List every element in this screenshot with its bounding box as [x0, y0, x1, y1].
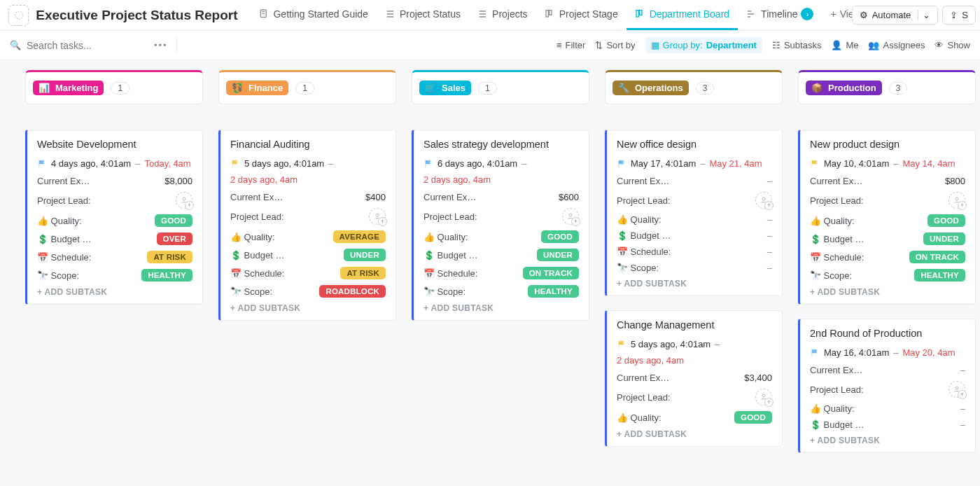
share-button[interactable]: ⇪ S — [942, 6, 976, 25]
assignee-add-icon[interactable] — [176, 192, 192, 209]
assignee-add-icon[interactable] — [948, 192, 965, 209]
status-badge: GOOD — [734, 411, 772, 424]
field-value: GOOD — [155, 214, 192, 227]
chevron-down-icon[interactable]: ⌄ — [918, 10, 930, 20]
flag-icon — [617, 340, 626, 349]
filter-icon: ≡ — [556, 40, 562, 50]
status-badge: ON TRACK — [523, 267, 579, 279]
kanban-board[interactable]: 📊Marketing1Website Development4 days ago… — [0, 60, 980, 486]
field-budget: 💲 Budget …OVER — [37, 232, 192, 245]
plus-icon: + — [830, 8, 836, 20]
tab-label: Timeline — [761, 8, 797, 20]
tab-projects[interactable]: Projects — [469, 0, 536, 30]
column-emoji: 🛒 — [425, 83, 436, 93]
tab-label: Getting Started Guide — [273, 8, 368, 20]
field-label: Project Lead: — [810, 384, 864, 395]
separator — [176, 38, 177, 53]
task-card[interactable]: New product designMay 10, 4:01am–May 14,… — [798, 130, 976, 305]
add-subtask-button[interactable]: + ADD SUBTASK — [617, 429, 772, 439]
field-label: 👍 Quality: — [230, 232, 275, 242]
subtasks-button[interactable]: ☷ Subtasks — [772, 40, 821, 50]
field-label: Current Ex… — [617, 373, 669, 383]
assignee-add-icon[interactable] — [755, 389, 772, 405]
field-value: GOOD — [541, 230, 579, 243]
tab-getting-started[interactable]: Getting Started Guide — [250, 0, 376, 30]
field-label: 📅 Schedule: — [617, 247, 671, 257]
column-finance: 💱Finance1Financial Auditing5 days ago, 4… — [218, 70, 396, 335]
date-separator: – — [893, 347, 898, 358]
tab-label: Department Board — [650, 8, 729, 20]
field-budget: 💲 Budget …– — [810, 419, 965, 430]
automate-button[interactable]: ⚙ Automate ⌄ — [852, 6, 939, 25]
me-button[interactable]: 👤 Me — [831, 40, 858, 50]
task-card[interactable]: Change Management5 days ago, 4:01am–2 da… — [605, 310, 783, 447]
date-start: May 10, 4:01am — [824, 158, 889, 169]
field-value: ROADBLOCK — [319, 285, 386, 298]
more-options-icon[interactable]: ••• — [154, 40, 168, 50]
add-subtask-button[interactable]: + ADD SUBTASK — [810, 436, 965, 445]
search-input[interactable] — [27, 40, 132, 51]
tab-project-stage[interactable]: Project Stage — [536, 0, 626, 30]
column-operations: 🔧Operations3New office designMay 17, 4:0… — [605, 70, 783, 461]
svg-point-9 — [762, 197, 765, 200]
column-header[interactable]: 🔧Operations3 — [605, 70, 783, 104]
column-header[interactable]: 📦Production3 — [798, 70, 976, 104]
status-badge: ROADBLOCK — [319, 285, 386, 298]
add-subtask-button[interactable]: + ADD SUBTASK — [810, 287, 965, 297]
field-budget: 💲 Budget …UNDER — [810, 232, 965, 245]
assignee-add-icon[interactable] — [369, 208, 386, 225]
task-card[interactable]: Website Development4 days ago, 4:01am–To… — [25, 130, 203, 305]
field-value: – — [767, 214, 772, 225]
add-view-label: View — [840, 8, 852, 20]
field-quality: 👍 Quality:GOOD — [617, 411, 772, 424]
task-card[interactable]: New office designMay 17, 4:01am–May 21, … — [605, 130, 783, 296]
scroll-tabs-right-icon[interactable]: › — [801, 8, 813, 20]
field-project-lead: Project Lead: — [810, 381, 965, 398]
svg-point-6 — [183, 197, 186, 200]
list-pin-icon — [477, 8, 489, 20]
assignees-label: Assignees — [883, 40, 925, 50]
search-box[interactable]: 🔍 — [10, 40, 150, 51]
add-view-button[interactable]: + View — [822, 0, 851, 30]
date-start: 4 days ago, 4:01am — [51, 158, 131, 169]
assignees-button[interactable]: 👥 Assignees — [868, 40, 925, 50]
task-card[interactable]: Financial Auditing5 days ago, 4:01am–2 d… — [218, 130, 396, 321]
board-pin-icon — [635, 8, 646, 20]
eye-icon: 👁 — [934, 40, 944, 50]
task-card[interactable]: 2nd Round of ProductionMay 16, 4:01am–Ma… — [798, 319, 976, 453]
assignee-add-icon[interactable] — [948, 381, 965, 398]
empty-value: – — [767, 230, 772, 241]
add-subtask-button[interactable]: + ADD SUBTASK — [424, 303, 579, 313]
group-by-button[interactable]: ▦ Group by: Department — [645, 37, 762, 53]
column-header[interactable]: 💱Finance1 — [218, 70, 396, 104]
add-subtask-button[interactable]: + ADD SUBTASK — [230, 303, 386, 313]
column-count: 1 — [478, 82, 497, 95]
column-header[interactable]: 🛒Sales1 — [412, 70, 589, 104]
column-count: 3 — [889, 82, 908, 95]
column-header[interactable]: 📊Marketing1 — [25, 70, 203, 104]
group-label: Group by: — [663, 40, 703, 50]
field-label: 👍 Quality: — [424, 232, 468, 242]
field-value: – — [960, 365, 965, 375]
tab-project-status[interactable]: Project Status — [377, 0, 469, 30]
tab-department-board[interactable]: Department Board — [626, 0, 738, 30]
assignee-add-icon[interactable] — [562, 208, 579, 225]
task-card[interactable]: Sales strategy development6 days ago, 4:… — [412, 130, 589, 321]
add-subtask-button[interactable]: + ADD SUBTASK — [617, 279, 772, 289]
field-value: – — [767, 230, 772, 241]
tab-timeline[interactable]: Timeline › — [738, 0, 822, 30]
group-icon: ▦ — [651, 40, 659, 50]
show-button[interactable]: 👁 Show — [934, 40, 970, 50]
date-separator: – — [328, 158, 333, 169]
flag-icon — [230, 159, 240, 169]
filter-button[interactable]: ≡ Filter — [556, 40, 585, 50]
page-icon-placeholder[interactable] — [8, 5, 29, 26]
sort-button[interactable]: ⇅ Sort by — [595, 40, 635, 50]
sort-icon: ⇅ — [595, 40, 603, 50]
field-value: UNDER — [344, 249, 386, 261]
date-separator: – — [135, 158, 140, 169]
field-label: 💲 Budget … — [230, 250, 284, 261]
column-name: Operations — [635, 83, 683, 93]
add-subtask-button[interactable]: + ADD SUBTASK — [37, 287, 192, 297]
assignee-add-icon[interactable] — [755, 192, 772, 209]
